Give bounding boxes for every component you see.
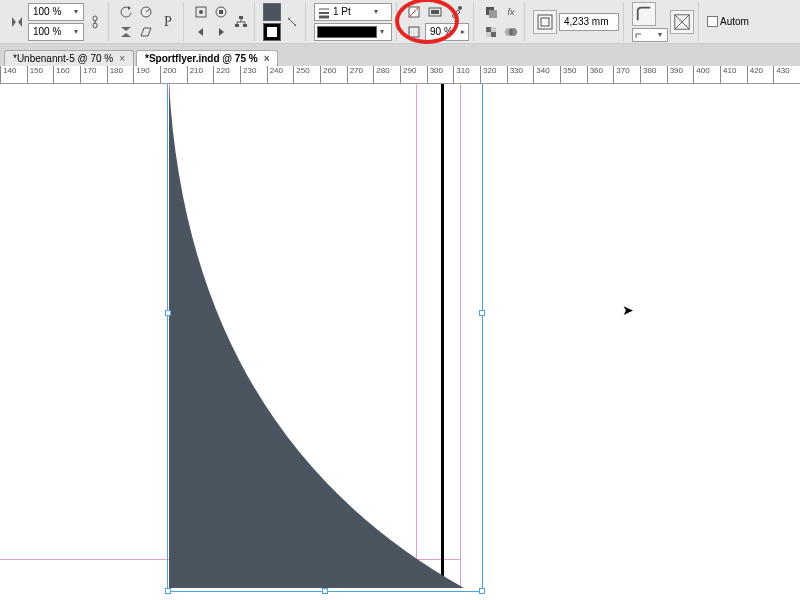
ruler-tick: 240	[267, 66, 283, 83]
svg-marker-6	[121, 27, 131, 31]
shear-icon[interactable]	[137, 23, 155, 41]
wrap-offset-input[interactable]	[562, 16, 610, 27]
flip-vertical-icon[interactable]	[117, 23, 135, 41]
rotate-shear-group: P	[113, 2, 184, 41]
select-content-icon[interactable]	[212, 3, 230, 21]
select-prev-icon[interactable]	[192, 23, 210, 41]
svg-point-11	[199, 10, 203, 14]
ruler-tick: 220	[213, 66, 229, 83]
dropdown-icon[interactable]: ▾	[71, 7, 81, 16]
svg-rect-35	[489, 10, 497, 18]
autofit-checkbox[interactable]: Autom	[707, 16, 749, 27]
checkbox-icon	[707, 16, 718, 27]
svg-marker-1	[18, 17, 22, 27]
drop-shadow-icon[interactable]	[482, 3, 500, 21]
close-icon[interactable]: ×	[264, 53, 270, 64]
character-panel-icon[interactable]: P	[157, 7, 179, 37]
scale-x-input[interactable]	[31, 6, 71, 17]
ruler-tick: 350	[560, 66, 576, 83]
tint-group: ▸	[401, 2, 474, 41]
select-container-icon[interactable]	[192, 3, 210, 21]
link-scale-icon[interactable]	[86, 13, 104, 31]
stroke-color-swatch[interactable]	[263, 23, 281, 41]
opacity-icon[interactable]	[482, 23, 500, 41]
fill-color-swatch[interactable]	[263, 3, 281, 21]
screen-mode-icon[interactable]	[425, 3, 445, 21]
ruler-tick: 190	[133, 66, 149, 83]
scale-group: ▾ ▾	[4, 2, 109, 41]
ruler-tick: 250	[293, 66, 309, 83]
ruler-tick: 200	[160, 66, 176, 83]
formatting-affects-icon[interactable]	[405, 23, 423, 41]
wrap-offset-field[interactable]	[559, 13, 619, 31]
ruler-tick: 140	[0, 66, 16, 83]
svg-rect-16	[239, 16, 243, 19]
scale-y-input[interactable]	[31, 26, 71, 37]
horizontal-ruler[interactable]: 1401501601701801902002102202302402502602…	[0, 66, 800, 84]
ruler-tick: 360	[587, 66, 603, 83]
tab-label: *Unbenannt-5 @ 70 %	[13, 53, 113, 64]
apply-none-icon[interactable]	[405, 3, 423, 21]
auto-group: Autom	[703, 2, 753, 41]
svg-marker-15	[219, 28, 224, 36]
tab-sportflyer[interactable]: *Sportflyer.indd @ 75 % ×	[136, 50, 278, 66]
dropdown-icon[interactable]: ▾	[377, 27, 387, 36]
ruler-tick: 390	[667, 66, 683, 83]
corner-group: ▾	[628, 2, 699, 41]
eyedropper-icon[interactable]	[447, 3, 465, 21]
wrap-group	[529, 2, 624, 41]
ruler-tick: 170	[80, 66, 96, 83]
autofit-label: Autom	[720, 16, 749, 27]
scale-x-field[interactable]: ▾	[28, 3, 84, 21]
fill-stroke-group	[259, 2, 306, 41]
ruler-tick: 270	[347, 66, 363, 83]
ruler-tick: 400	[693, 66, 709, 83]
hierarchy-icon[interactable]	[232, 13, 250, 31]
svg-rect-31	[431, 10, 439, 14]
selection-handle[interactable]	[479, 588, 485, 594]
dropdown-icon[interactable]: ▾	[71, 27, 81, 36]
effects-group: fx	[478, 2, 525, 41]
svg-marker-0	[12, 17, 16, 27]
stroke-weight-field[interactable]: ▾	[314, 3, 392, 21]
ruler-tick: 410	[720, 66, 736, 83]
tint-field[interactable]: ▸	[425, 23, 469, 41]
corner-shape-icon	[635, 31, 655, 39]
svg-rect-41	[538, 15, 552, 29]
dropdown-icon[interactable]: ▾	[655, 30, 665, 39]
document-canvas[interactable]: ➤	[0, 84, 800, 600]
ruler-tick: 260	[320, 66, 336, 83]
fx-icon[interactable]: fx	[502, 3, 520, 21]
close-icon[interactable]: ×	[119, 53, 125, 64]
text-wrap-icon[interactable]	[533, 10, 557, 34]
ruler-tick: 180	[107, 66, 123, 83]
ruler-tick: 300	[427, 66, 443, 83]
svg-line-9	[146, 9, 150, 12]
blend-mode-icon[interactable]	[502, 23, 520, 41]
tint-input[interactable]	[428, 26, 460, 37]
document-tabs: *Unbenannt-5 @ 70 % × *Sportflyer.indd @…	[0, 44, 800, 66]
rotate-field-icon[interactable]	[137, 3, 155, 21]
select-next-icon[interactable]	[212, 23, 230, 41]
selection-handle[interactable]	[479, 310, 485, 316]
fitting-icon[interactable]	[670, 10, 694, 34]
rotate-ccw-icon[interactable]	[117, 3, 135, 21]
selection-bounds	[167, 84, 483, 592]
ruler-tick: 330	[507, 66, 523, 83]
svg-point-32	[458, 6, 462, 10]
tab-unbenannt-5[interactable]: *Unbenannt-5 @ 70 % ×	[4, 50, 134, 66]
selection-handle[interactable]	[165, 310, 171, 316]
selection-handle[interactable]	[322, 588, 328, 594]
dropdown-icon[interactable]: ▾	[371, 7, 381, 16]
stroke-weight-input[interactable]	[331, 6, 371, 17]
flip-horizontal-icon[interactable]	[8, 13, 26, 31]
corner-style-field[interactable]: ▾	[632, 28, 668, 42]
swap-fill-stroke-icon[interactable]	[283, 13, 301, 31]
stroke-style-field[interactable]: ▾	[314, 23, 392, 41]
stepper-icon[interactable]: ▸	[460, 27, 466, 36]
scale-y-field[interactable]: ▾	[28, 23, 84, 41]
selection-handle[interactable]	[165, 588, 171, 594]
corner-options-icon[interactable]	[632, 2, 656, 26]
svg-rect-18	[243, 24, 247, 27]
arrange-group	[188, 2, 255, 41]
